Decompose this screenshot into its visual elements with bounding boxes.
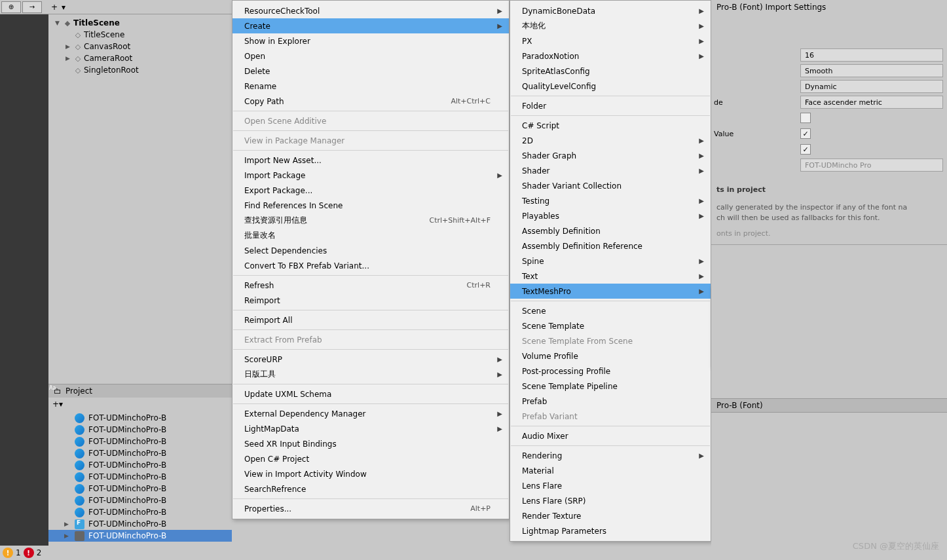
project-item[interactable]: FOT-UDMinchoPro-B <box>48 506 232 518</box>
menu-item[interactable]: Testing▶ <box>510 193 711 208</box>
menu-item[interactable]: 日版工具▶ <box>232 367 509 382</box>
property-value[interactable]: Smooth <box>800 64 943 77</box>
menu-item[interactable]: RefreshCtrl+R <box>232 278 509 293</box>
menu-item[interactable]: Shader▶ <box>510 163 711 178</box>
menu-item[interactable]: DynamicBoneData▶ <box>510 3 711 18</box>
project-item[interactable]: FOT-UDMinchoPro-B <box>48 436 232 447</box>
menu-item[interactable]: Shader Variant Collection <box>510 178 711 193</box>
menu-item[interactable]: Post-processing Profile <box>510 364 711 379</box>
menu-item[interactable]: Assembly Definition <box>510 223 711 238</box>
warning-count: 1 <box>16 548 21 557</box>
menu-item[interactable]: SpriteAtlasConfig <box>510 64 711 79</box>
property-value[interactable]: 16 <box>800 48 943 62</box>
expand-icon[interactable]: ▶ <box>64 532 72 539</box>
menu-item[interactable]: 批量改名 <box>232 228 509 243</box>
hierarchy-item[interactable]: ◇SingletonRoot <box>48 64 232 76</box>
context-menu-1[interactable]: ResourceCheckTool▶Create▶Show in Explore… <box>232 0 510 519</box>
context-menu-create[interactable]: DynamicBoneData▶本地化▶PX▶ParadoxNotion▶Spr… <box>510 0 711 542</box>
dropdown-icon[interactable]: ▾ <box>59 400 63 409</box>
project-add[interactable]: + <box>52 400 59 409</box>
tool-pan[interactable]: ⊕ <box>1 1 21 13</box>
menu-item[interactable]: View in Import Activity Window <box>232 466 509 481</box>
menu-item[interactable]: Render Texture <box>510 508 711 523</box>
menu-item[interactable]: Volume Profile <box>510 348 711 364</box>
menu-item[interactable]: Rendering▶ <box>510 448 711 463</box>
project-item[interactable]: ▶FOT-UDMinchoPro-B <box>48 518 232 530</box>
project-item[interactable]: FOT-UDMinchoPro-B <box>48 471 232 483</box>
menu-item[interactable]: ResourceCheckTool▶ <box>232 3 509 18</box>
project-item[interactable]: FOT-UDMinchoPro-B <box>48 447 232 459</box>
menu-item[interactable]: Open C# Project <box>232 451 509 466</box>
menu-item[interactable]: Properties...Alt+P <box>232 501 509 516</box>
hierarchy-item[interactable]: ◇TitleScene <box>48 29 232 41</box>
menu-item[interactable]: Reimport <box>232 293 509 308</box>
menu-item[interactable]: Text▶ <box>510 269 711 284</box>
expand-icon[interactable]: ▼ <box>55 20 62 26</box>
checkbox[interactable] <box>800 113 811 123</box>
warning-icon[interactable]: ! <box>3 548 13 558</box>
menu-item[interactable]: Reimport All <box>232 312 509 327</box>
project-item[interactable]: ▶FOT-UDMinchoPro-B <box>48 530 232 542</box>
hierarchy-item[interactable]: ▶◇CameraRoot <box>48 52 232 64</box>
project-item[interactable]: FOT-UDMinchoPro-B <box>48 483 232 495</box>
menu-item[interactable]: External Dependency Manager▶ <box>232 406 509 421</box>
project-item[interactable]: FOT-UDMinchoPro-B <box>48 495 232 506</box>
menu-item[interactable]: Scene Template <box>510 318 711 333</box>
menu-item[interactable]: Export Package... <box>232 183 509 198</box>
menu-item[interactable]: Scene Template Pipeline <box>510 379 711 394</box>
menu-item[interactable]: Lightmap Parameters <box>510 523 711 538</box>
project-item[interactable]: FOT-UDMinchoPro-B <box>48 459 232 471</box>
menu-item[interactable]: Copy PathAlt+Ctrl+C <box>232 94 509 109</box>
property-value[interactable]: Dynamic <box>800 80 943 93</box>
menu-item[interactable]: TextMeshPro▶ <box>510 284 711 299</box>
menu-item[interactable]: ParadoxNotion▶ <box>510 48 711 64</box>
menu-item[interactable]: Select Dependencies <box>232 243 509 258</box>
menu-item[interactable]: QualityLevelConfig <box>510 79 711 94</box>
tool-move[interactable]: → <box>22 1 42 13</box>
checkbox[interactable]: ✓ <box>800 128 811 139</box>
menu-item[interactable]: Spine▶ <box>510 253 711 269</box>
menu-item[interactable]: SearchRefrence <box>232 481 509 496</box>
menu-item[interactable]: Import New Asset... <box>232 153 509 168</box>
menu-item[interactable]: 查找资源引用信息Ctrl+Shift+Alt+F <box>232 213 509 228</box>
project-item[interactable]: FOT-UDMinchoPro-B <box>48 412 232 424</box>
dropdown-icon[interactable]: ▾ <box>62 3 65 12</box>
menu-item[interactable]: ScoreURP▶ <box>232 352 509 367</box>
menu-item[interactable]: Playables▶ <box>510 208 711 223</box>
menu-item[interactable]: Open <box>232 48 509 64</box>
menu-item[interactable]: 本地化▶ <box>510 18 711 33</box>
menu-item[interactable]: Rename <box>232 79 509 94</box>
menu-item[interactable]: Audio Mixer <box>510 428 711 443</box>
menu-item[interactable]: Seed XR Input Bindings <box>232 436 509 451</box>
menu-item[interactable]: Scene <box>510 303 711 318</box>
menu-item[interactable]: Folder <box>510 98 711 113</box>
menu-item[interactable]: Create▶ <box>232 18 509 33</box>
property-value[interactable]: Face ascender metric <box>800 96 943 109</box>
expand-icon[interactable]: ▶ <box>65 55 72 62</box>
menu-item[interactable]: Find References In Scene <box>232 198 509 213</box>
hierarchy-item[interactable]: ▶◇CanvasRoot <box>48 41 232 52</box>
project-tab[interactable]: 🗀 Project <box>48 384 232 398</box>
menu-item[interactable]: C# Script <box>510 118 711 133</box>
menu-item[interactable]: Import Package▶ <box>232 168 509 183</box>
error-icon[interactable]: ! <box>24 548 34 558</box>
hierarchy-item[interactable]: ▼◆TitleScene <box>48 17 232 29</box>
menu-item[interactable]: Update UXML Schema <box>232 386 509 401</box>
menu-item[interactable]: Convert To FBX Prefab Variant... <box>232 258 509 273</box>
expand-icon[interactable]: ▶ <box>64 521 72 527</box>
menu-item[interactable]: Show in Explorer <box>232 33 509 48</box>
checkbox[interactable]: ✓ <box>800 144 811 155</box>
menu-item[interactable]: Lens Flare (SRP) <box>510 493 711 508</box>
project-item[interactable]: FOT-UDMinchoPro-B <box>48 424 232 436</box>
menu-item[interactable]: PX▶ <box>510 33 711 48</box>
hierarchy-add[interactable]: + <box>51 3 58 12</box>
menu-item[interactable]: Material <box>510 463 711 478</box>
expand-icon[interactable]: ▶ <box>65 43 72 50</box>
menu-item[interactable]: 2D▶ <box>510 133 711 148</box>
menu-item[interactable]: LightMapData▶ <box>232 421 509 436</box>
menu-item[interactable]: Shader Graph▶ <box>510 148 711 163</box>
menu-item[interactable]: Prefab <box>510 394 711 409</box>
menu-item[interactable]: Lens Flare <box>510 478 711 493</box>
menu-item[interactable]: Assembly Definition Reference <box>510 238 711 253</box>
menu-item[interactable]: Delete <box>232 64 509 79</box>
